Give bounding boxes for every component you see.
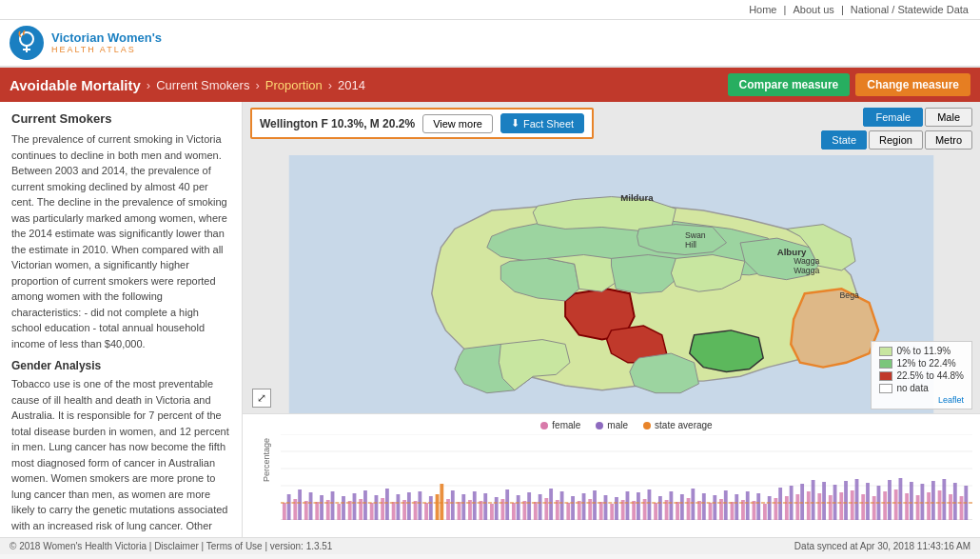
svg-rect-72 bbox=[440, 484, 443, 520]
svg-rect-50 bbox=[320, 495, 323, 520]
legend-label-4: no data bbox=[896, 383, 928, 393]
breadcrumb-year[interactable]: 2014 bbox=[338, 78, 365, 92]
svg-rect-131 bbox=[763, 504, 767, 520]
map-container: Mildura Swan Hill Albury Wagga Wagga Beg… bbox=[246, 155, 976, 413]
svg-rect-67 bbox=[414, 501, 418, 520]
svg-rect-110 bbox=[648, 489, 652, 520]
nav-national[interactable]: National / Statewide Data bbox=[851, 4, 969, 15]
svg-rect-166 bbox=[953, 483, 957, 520]
svg-rect-132 bbox=[768, 496, 772, 520]
svg-marker-13 bbox=[612, 255, 676, 294]
chart-svg: 0% 10% 20% 30% 40% 45% bbox=[281, 434, 972, 520]
svg-rect-111 bbox=[654, 503, 657, 520]
main-layout: Current Smokers The prevalence of curren… bbox=[0, 102, 980, 537]
section2-text: Tobacco use is one of the most preventab… bbox=[11, 376, 230, 537]
svg-rect-52 bbox=[331, 491, 335, 520]
svg-rect-147 bbox=[851, 490, 854, 520]
svg-rect-148 bbox=[855, 479, 859, 520]
chart-area: female male state average Percentage bbox=[243, 413, 980, 537]
logo-line2: HEALTH ATLAS bbox=[51, 45, 162, 55]
svg-rect-114 bbox=[669, 491, 673, 520]
nav-home[interactable]: Home bbox=[749, 4, 776, 15]
svg-rect-128 bbox=[746, 491, 750, 520]
female-label: female bbox=[552, 420, 580, 430]
chart-canvas: Percentage 0% 10% 20% 30% 40% 45 bbox=[281, 434, 972, 520]
svg-rect-59 bbox=[370, 503, 374, 520]
state-avg-dot bbox=[643, 422, 651, 429]
legend-color-1 bbox=[879, 347, 892, 356]
change-measure-button[interactable]: Change measure bbox=[855, 73, 970, 96]
svg-rect-78 bbox=[473, 491, 477, 520]
map-svg: Mildura Swan Hill Albury Wagga Wagga Beg… bbox=[246, 155, 976, 413]
svg-rect-90 bbox=[539, 494, 542, 520]
svg-rect-145 bbox=[839, 492, 843, 520]
svg-text:Wagga: Wagga bbox=[794, 266, 819, 275]
view-more-button[interactable]: View more bbox=[422, 114, 493, 133]
svg-rect-102 bbox=[604, 495, 608, 520]
nav-about[interactable]: About us bbox=[793, 4, 833, 15]
state-button[interactable]: State bbox=[821, 130, 867, 150]
svg-rect-100 bbox=[593, 490, 597, 520]
legend-label-3: 22.5% to 44.8% bbox=[896, 370, 964, 381]
svg-rect-58 bbox=[363, 490, 367, 520]
region-button[interactable]: Region bbox=[869, 130, 923, 150]
svg-rect-159 bbox=[916, 495, 920, 520]
svg-rect-118 bbox=[691, 489, 695, 520]
svg-rect-143 bbox=[829, 495, 833, 520]
svg-rect-68 bbox=[418, 491, 421, 520]
svg-rect-119 bbox=[697, 501, 701, 520]
section1-text: The prevalence of current smoking in Vic… bbox=[11, 131, 230, 351]
svg-rect-101 bbox=[599, 502, 603, 520]
svg-rect-76 bbox=[461, 494, 465, 520]
svg-rect-106 bbox=[626, 491, 630, 520]
svg-rect-125 bbox=[731, 502, 735, 520]
leaflet-credit: Leaflet bbox=[879, 395, 964, 405]
footer: © 2018 Women's Health Victoria | Disclai… bbox=[0, 537, 980, 554]
svg-rect-129 bbox=[753, 501, 756, 520]
svg-rect-140 bbox=[812, 480, 815, 520]
male-label: male bbox=[607, 420, 628, 430]
gender-row: Female Male bbox=[863, 108, 972, 127]
logo-line1: Victorian Women's bbox=[51, 30, 162, 46]
svg-rect-155 bbox=[894, 489, 898, 520]
svg-rect-167 bbox=[960, 496, 964, 520]
svg-rect-146 bbox=[844, 481, 848, 520]
svg-rect-126 bbox=[735, 494, 738, 520]
compare-measure-button[interactable]: Compare measure bbox=[728, 73, 851, 96]
male-button[interactable]: Male bbox=[925, 108, 972, 127]
page-title: Avoidable Mortality bbox=[10, 77, 141, 93]
legend-color-3 bbox=[879, 371, 892, 381]
female-button[interactable]: Female bbox=[863, 108, 923, 127]
svg-text:Hill: Hill bbox=[685, 240, 696, 250]
svg-rect-153 bbox=[883, 491, 887, 520]
breadcrumb-smokers[interactable]: Current Smokers bbox=[156, 78, 249, 92]
svg-rect-116 bbox=[680, 494, 684, 520]
svg-rect-70 bbox=[429, 496, 433, 520]
svg-rect-88 bbox=[527, 492, 531, 520]
svg-rect-97 bbox=[578, 501, 581, 520]
svg-rect-158 bbox=[910, 482, 913, 520]
legend-item-4: no data bbox=[879, 383, 964, 393]
section2-title: Gender Analysis bbox=[11, 359, 230, 372]
svg-rect-87 bbox=[522, 501, 526, 520]
svg-rect-43 bbox=[283, 503, 286, 520]
legend-color-4 bbox=[879, 384, 892, 393]
breadcrumb-bar: Avoidable Mortality › Current Smokers › … bbox=[0, 68, 980, 102]
metro-button[interactable]: Metro bbox=[925, 130, 972, 150]
expand-icon[interactable]: ⤢ bbox=[252, 389, 271, 408]
svg-rect-160 bbox=[920, 484, 924, 520]
svg-rect-94 bbox=[560, 491, 564, 520]
section1-title: Current Smokers bbox=[11, 111, 230, 126]
svg-rect-135 bbox=[785, 496, 789, 520]
legend-female: female bbox=[540, 420, 580, 430]
state-avg-label: state average bbox=[655, 420, 713, 430]
svg-rect-164 bbox=[942, 479, 946, 520]
svg-rect-55 bbox=[348, 501, 352, 520]
legend-male: male bbox=[596, 420, 628, 430]
breadcrumb-proportion[interactable]: Proportion bbox=[265, 78, 323, 92]
svg-rect-63 bbox=[392, 502, 396, 520]
svg-rect-62 bbox=[385, 489, 389, 520]
fact-sheet-button[interactable]: ⬇ Fact Sheet bbox=[500, 113, 584, 133]
svg-rect-60 bbox=[375, 495, 379, 520]
svg-rect-44 bbox=[287, 494, 291, 520]
